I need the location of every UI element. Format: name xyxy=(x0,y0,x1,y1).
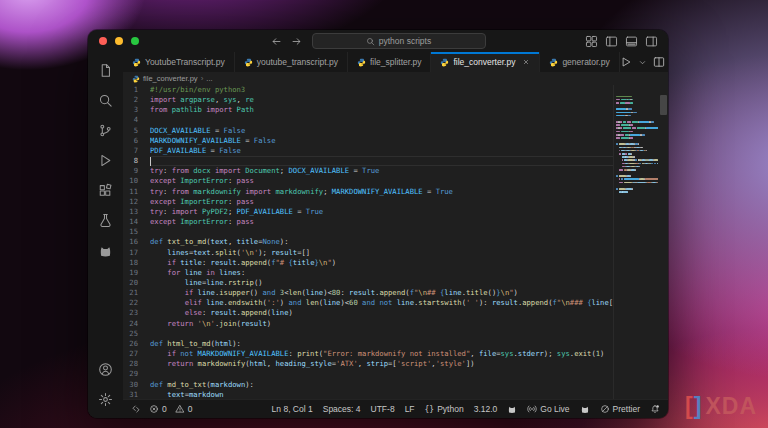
warning-icon xyxy=(175,404,185,414)
status-remote-indicator[interactable] xyxy=(131,404,141,414)
activity-extensions[interactable] xyxy=(91,175,121,205)
remote-icon xyxy=(131,404,141,414)
status-python-version[interactable]: 3.12.0 xyxy=(474,404,498,414)
status-language-mode[interactable]: {}Python xyxy=(425,404,464,414)
layout-controls xyxy=(585,30,658,52)
python-file-icon xyxy=(440,58,449,67)
code-line-12: except ImportError: pass xyxy=(150,197,613,207)
line-number: 23 xyxy=(123,308,145,318)
activity-search[interactable] xyxy=(91,85,121,115)
code-line-20: line=line.rstrip() xyxy=(150,278,613,288)
status-warnings-count[interactable]: 0 xyxy=(175,404,193,414)
tab-generator.py[interactable]: generator.py xyxy=(540,52,619,72)
activity-run-and-debug[interactable] xyxy=(91,145,121,175)
activity-accounts[interactable] xyxy=(91,354,121,384)
python-file-icon xyxy=(132,58,141,67)
back-arrow-icon[interactable] xyxy=(271,36,282,47)
line-number: 1 xyxy=(123,85,145,95)
code-line-4 xyxy=(150,115,613,125)
code-line-7: PDF_AVAILABLE = False xyxy=(150,146,613,156)
files-icon xyxy=(98,63,113,78)
tab-label: generator.py xyxy=(562,57,609,67)
split-editor-button[interactable] xyxy=(653,56,665,68)
search-icon xyxy=(98,93,113,108)
status-cursor-position[interactable]: Ln 8, Col 1 xyxy=(272,404,313,414)
run-icon xyxy=(620,56,632,68)
forward-arrow-icon[interactable] xyxy=(291,36,302,47)
status-encoding[interactable]: UTF-8 xyxy=(371,404,395,414)
tab-bar: YoutubeTranscript.pyyoutube_transcript.p… xyxy=(123,52,668,72)
split-editor-icon xyxy=(653,56,665,68)
line-number: 10 xyxy=(123,176,145,186)
code-line-1: #!/usr/bin/env python3 xyxy=(150,85,613,95)
python-file-icon xyxy=(244,58,253,67)
minimap[interactable] xyxy=(613,85,658,399)
code-line-31: text=markdown xyxy=(150,390,613,399)
tab-file_converter.py[interactable]: file_converter.py xyxy=(431,52,540,72)
nav-arrows xyxy=(271,36,302,47)
status-cat-extension-status[interactable] xyxy=(507,404,517,414)
status-label: Prettier xyxy=(613,404,640,414)
text-cursor xyxy=(150,157,151,166)
line-number: 15 xyxy=(123,227,145,237)
scrollbar[interactable] xyxy=(658,85,668,399)
status-label: Python xyxy=(437,404,463,414)
code-line-30: def md_to_txt(markdown): xyxy=(150,380,613,390)
line-number: 6 xyxy=(123,136,145,146)
search-icon xyxy=(366,37,375,46)
status-errors-count[interactable]: 0 xyxy=(149,404,167,414)
code-line-26: def html_to_md(html): xyxy=(150,339,613,349)
status-prettier[interactable]: Prettier xyxy=(600,404,640,414)
line-number: 20 xyxy=(123,278,145,288)
status-label: Spaces: 4 xyxy=(323,404,361,414)
activity-explorer[interactable] xyxy=(91,55,121,85)
toggle-sidebar-left-icon[interactable] xyxy=(605,35,618,48)
customize-layout-icon[interactable] xyxy=(585,35,598,48)
status-label: LF xyxy=(405,404,415,414)
code-editor[interactable]: 1234567891011121314151617181920212223242… xyxy=(123,85,668,399)
activity-testing[interactable] xyxy=(91,205,121,235)
extensions-icon xyxy=(98,183,113,198)
tab-close-button[interactable] xyxy=(522,58,530,66)
line-number: 7 xyxy=(123,146,145,156)
code-line-21: if line.isupper() and 3<len(line)<80: re… xyxy=(150,288,613,298)
toggle-sidebar-right-icon[interactable] xyxy=(645,35,658,48)
cat-icon xyxy=(580,404,590,414)
close-window-button[interactable] xyxy=(99,37,107,45)
xda-bracket-left: [ xyxy=(685,393,694,420)
status-go-live[interactable]: Go Live xyxy=(527,404,569,414)
status-end-of-line[interactable]: LF xyxy=(405,404,415,414)
tab-label: youtube_transcript.py xyxy=(257,57,338,67)
run-debug-icon xyxy=(98,153,113,168)
line-number: 29 xyxy=(123,369,145,379)
code-line-9: try: from docx import Document; DOCX_AVA… xyxy=(150,166,613,176)
tab-file_splitter.py[interactable]: file_splitter.py xyxy=(348,52,432,72)
run-dropdown-button[interactable] xyxy=(638,58,647,67)
code-line-16: def txt_to_md(text, title=None): xyxy=(150,237,613,247)
zoom-window-button[interactable] xyxy=(131,37,139,45)
minimize-window-button[interactable] xyxy=(115,37,123,45)
toggle-panel-icon[interactable] xyxy=(625,35,638,48)
cat-icon xyxy=(507,404,517,414)
line-number: 9 xyxy=(123,166,145,176)
status-cat-extension-status-2[interactable] xyxy=(580,404,590,414)
braces-icon: {} xyxy=(425,405,435,414)
status-label: 0 xyxy=(188,404,193,414)
tab-YoutubeTranscript.py[interactable]: YoutubeTranscript.py xyxy=(123,52,235,72)
status-indentation[interactable]: Spaces: 4 xyxy=(323,404,361,414)
run-button[interactable] xyxy=(620,56,632,68)
activity-source-control[interactable] xyxy=(91,115,121,145)
line-number: 31 xyxy=(123,390,145,400)
breadcrumb[interactable]: file_converter.py › ... xyxy=(123,72,668,85)
python-file-icon xyxy=(357,58,366,67)
activity-pets-extension[interactable] xyxy=(91,235,121,265)
code-line-2: import argparse, sys, re xyxy=(150,95,613,105)
command-center-search[interactable]: python scripts xyxy=(312,33,486,49)
line-number: 16 xyxy=(123,237,145,247)
activity-settings[interactable] xyxy=(91,384,121,414)
status-notifications[interactable] xyxy=(650,404,660,414)
line-number: 28 xyxy=(123,359,145,369)
scrollbar-slider[interactable] xyxy=(660,95,667,115)
code-line-8 xyxy=(150,156,613,166)
tab-youtube_transcript.py[interactable]: youtube_transcript.py xyxy=(235,52,348,72)
